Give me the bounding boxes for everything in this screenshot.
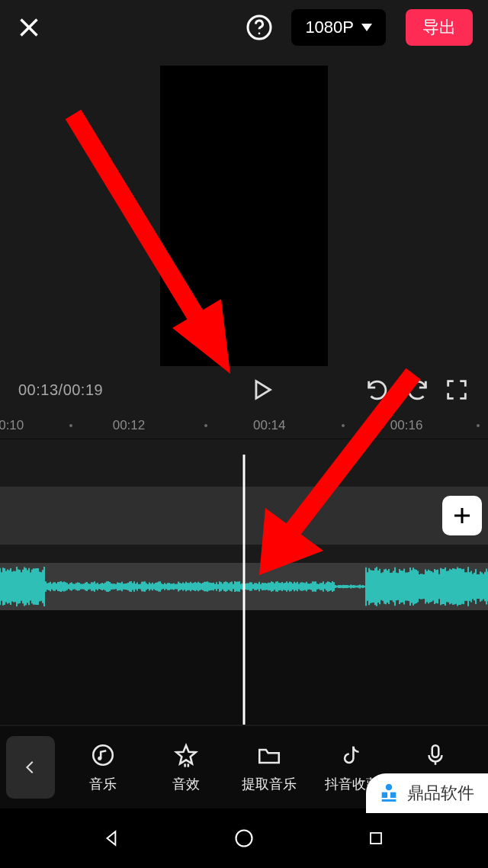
svg-rect-341 bbox=[382, 799, 396, 802]
timeline[interactable]: 0:1000:1200:1400:16 bbox=[0, 412, 488, 725]
ruler-tick: 0:10 bbox=[0, 418, 24, 433]
add-clip-button[interactable] bbox=[442, 496, 482, 535]
svg-marker-4 bbox=[256, 381, 270, 399]
transport-bar: 00:13/00:19 bbox=[0, 368, 488, 412]
system-home-icon[interactable] bbox=[229, 823, 259, 854]
svg-point-329 bbox=[98, 757, 101, 760]
watermark-badge: 鼎品软件 bbox=[366, 773, 488, 813]
tool-label: 提取音乐 bbox=[242, 775, 297, 793]
video-preview-area bbox=[0, 55, 488, 368]
close-icon[interactable] bbox=[15, 14, 43, 41]
svg-rect-339 bbox=[382, 792, 387, 798]
export-label: 导出 bbox=[422, 16, 456, 39]
tool-folder[interactable]: 提取音乐 bbox=[227, 741, 310, 793]
redo-icon[interactable] bbox=[404, 377, 430, 403]
star-icon bbox=[172, 741, 200, 769]
ruler-tick: 00:14 bbox=[253, 418, 286, 433]
tool-music-note[interactable]: 音乐 bbox=[61, 741, 144, 793]
ruler-dot bbox=[477, 424, 480, 427]
tool-star[interactable]: 音效 bbox=[144, 741, 227, 793]
play-icon[interactable] bbox=[249, 377, 274, 403]
system-nav-bar bbox=[0, 809, 488, 868]
timeline-ruler[interactable]: 0:1000:1200:1400:16 bbox=[0, 412, 488, 439]
back-button[interactable] bbox=[6, 736, 55, 799]
ruler-dot bbox=[69, 424, 72, 427]
chevron-down-icon bbox=[361, 24, 372, 31]
svg-point-338 bbox=[386, 784, 393, 791]
svg-marker-330 bbox=[176, 745, 196, 764]
undo-icon[interactable] bbox=[364, 377, 390, 403]
svg-rect-340 bbox=[390, 792, 396, 798]
svg-point-3 bbox=[258, 32, 261, 34]
export-button[interactable]: 导出 bbox=[406, 9, 473, 46]
resolution-label: 1080P bbox=[305, 18, 354, 37]
svg-rect-337 bbox=[371, 833, 381, 844]
ruler-dot bbox=[204, 424, 207, 427]
editor-header: 1080P 导出 bbox=[0, 0, 488, 55]
tool-label: 音乐 bbox=[89, 775, 117, 793]
resolution-dropdown[interactable]: 1080P bbox=[291, 9, 386, 46]
time-display: 00:13/00:19 bbox=[18, 381, 103, 399]
video-preview[interactable] bbox=[160, 66, 328, 366]
ruler-tick: 00:12 bbox=[113, 418, 146, 433]
douyin-icon bbox=[339, 741, 366, 769]
system-back-icon[interactable] bbox=[97, 823, 127, 854]
svg-rect-333 bbox=[432, 745, 439, 757]
system-recent-icon[interactable] bbox=[361, 823, 391, 854]
svg-point-328 bbox=[93, 745, 113, 765]
watermark-text: 鼎品软件 bbox=[407, 782, 474, 805]
tool-label: 音效 bbox=[172, 775, 200, 793]
fullscreen-icon[interactable] bbox=[444, 377, 470, 403]
svg-marker-335 bbox=[107, 831, 115, 844]
watermark-logo-icon bbox=[377, 781, 401, 805]
svg-point-336 bbox=[236, 831, 252, 847]
ruler-tick: 00:16 bbox=[390, 418, 423, 433]
folder-icon bbox=[255, 741, 283, 769]
help-icon[interactable] bbox=[246, 14, 273, 41]
ruler-dot bbox=[342, 424, 345, 427]
playhead[interactable] bbox=[243, 455, 246, 725]
music-note-icon bbox=[89, 741, 117, 769]
mic-icon bbox=[422, 741, 449, 769]
